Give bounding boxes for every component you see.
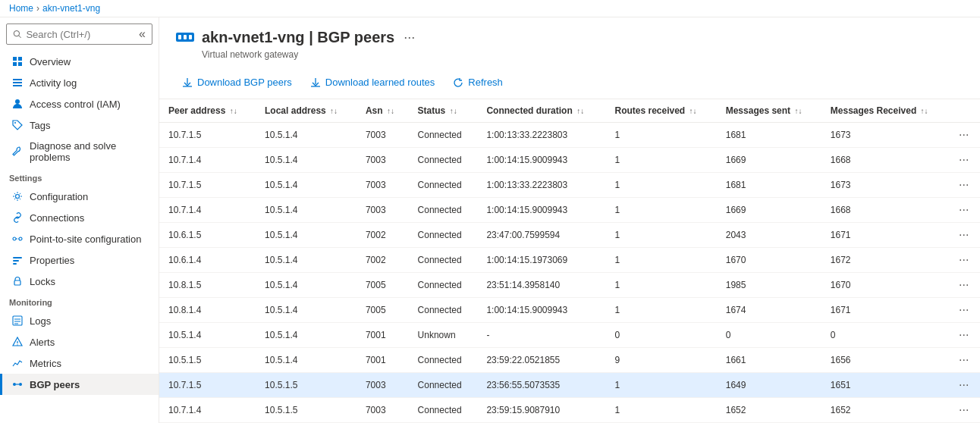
col-header-sent[interactable]: Messages sent ↑↓ bbox=[717, 99, 821, 123]
row-menu-icon[interactable]: ··· bbox=[959, 303, 969, 316]
cell-status: Connected bbox=[409, 198, 478, 223]
table-row[interactable]: 10.7.1.5 10.5.1.4 7003 Connected 1:00:13… bbox=[159, 123, 980, 148]
row-menu-icon[interactable]: ··· bbox=[959, 278, 969, 291]
sidebar-item-point-to-site[interactable]: Point-to-site configuration bbox=[0, 228, 159, 249]
svg-rect-15 bbox=[13, 257, 22, 258]
row-menu-icon[interactable]: ··· bbox=[959, 253, 969, 266]
row-menu-icon[interactable]: ··· bbox=[959, 353, 969, 366]
table-row[interactable]: 10.7.1.4 10.5.1.4 7003 Connected 1:00:14… bbox=[159, 198, 980, 223]
tag-icon bbox=[11, 119, 24, 131]
sort-icon[interactable]: ↑↓ bbox=[921, 107, 928, 115]
logs-icon bbox=[11, 315, 24, 327]
col-header-routes[interactable]: Routes received ↑↓ bbox=[605, 99, 716, 123]
col-header-received[interactable]: Messages Received ↑↓ bbox=[821, 99, 950, 123]
table-row[interactable]: 10.6.1.4 10.5.1.4 7002 Connected 1:00:14… bbox=[159, 248, 980, 273]
svg-rect-2 bbox=[13, 57, 17, 61]
cell-menu[interactable]: ··· bbox=[950, 148, 980, 173]
sidebar-item-metrics[interactable]: Metrics bbox=[0, 352, 159, 374]
cell-status: Connected bbox=[409, 123, 478, 148]
cell-received: 1670 bbox=[821, 273, 950, 298]
sort-icon[interactable]: ↑↓ bbox=[794, 107, 802, 115]
table-row[interactable]: 10.7.1.4 10.5.1.5 7003 Connected 23:59:1… bbox=[159, 398, 980, 423]
col-header-peer[interactable]: Peer address ↑↓ bbox=[159, 99, 256, 123]
cell-menu[interactable]: ··· bbox=[950, 273, 980, 298]
table-row[interactable]: 10.7.1.5 10.5.1.5 7003 Connected 23:56:5… bbox=[159, 373, 980, 398]
cell-menu[interactable]: ··· bbox=[950, 298, 980, 323]
row-menu-icon[interactable]: ··· bbox=[959, 328, 969, 341]
table-row[interactable]: 10.5.1.4 10.5.1.4 7001 Unknown - 0 0 0 ·… bbox=[159, 323, 980, 348]
cell-sent: 1985 bbox=[717, 273, 821, 298]
row-menu-icon[interactable]: ··· bbox=[959, 128, 969, 141]
download-bgp-button[interactable]: Download BGP peers bbox=[174, 72, 300, 92]
cell-routes: 1 bbox=[605, 173, 716, 198]
cell-menu[interactable]: ··· bbox=[950, 373, 980, 398]
table-row[interactable]: 10.7.1.4 10.5.1.4 7003 Connected 1:00:14… bbox=[159, 148, 980, 173]
col-header-duration[interactable]: Connected duration ↑↓ bbox=[477, 99, 605, 123]
row-menu-icon[interactable]: ··· bbox=[959, 203, 969, 216]
cell-status: Connected bbox=[409, 248, 478, 273]
sort-icon[interactable]: ↑↓ bbox=[689, 107, 697, 115]
sidebar-item-configuration[interactable]: Configuration bbox=[0, 186, 159, 207]
col-header-status[interactable]: Status ↑↓ bbox=[409, 99, 478, 123]
table-row[interactable]: 10.8.1.4 10.5.1.4 7005 Connected 1:00:14… bbox=[159, 298, 980, 323]
table-row[interactable]: 10.6.1.5 10.5.1.4 7002 Connected 23:47:0… bbox=[159, 223, 980, 248]
cell-routes: 9 bbox=[605, 348, 716, 373]
sidebar-item-label: Activity log bbox=[30, 77, 77, 89]
sidebar-item-diagnose[interactable]: Diagnose and solve problems bbox=[0, 136, 159, 168]
col-header-asn[interactable]: Asn ↑↓ bbox=[357, 99, 409, 123]
sidebar: « Overview Activity log Access control (… bbox=[0, 17, 159, 423]
sidebar-item-tags[interactable]: Tags bbox=[0, 114, 159, 136]
table-row[interactable]: 10.5.1.5 10.5.1.4 7001 Connected 23:59:2… bbox=[159, 348, 980, 373]
cell-peer: 10.7.1.4 bbox=[159, 398, 256, 423]
breadcrumb-resource[interactable]: akn-vnet1-vng bbox=[42, 3, 100, 14]
cell-menu[interactable]: ··· bbox=[950, 398, 980, 423]
cell-asn: 7003 bbox=[357, 123, 409, 148]
cell-menu[interactable]: ··· bbox=[950, 123, 980, 148]
cell-menu[interactable]: ··· bbox=[950, 248, 980, 273]
row-menu-icon[interactable]: ··· bbox=[959, 153, 969, 166]
cell-menu[interactable]: ··· bbox=[950, 198, 980, 223]
search-input[interactable] bbox=[26, 29, 134, 40]
svg-rect-29 bbox=[178, 35, 181, 39]
sidebar-item-connections[interactable]: Connections bbox=[0, 207, 159, 228]
cell-duration: 1:00:14:15.9009943 bbox=[477, 198, 605, 223]
breadcrumb-home[interactable]: Home bbox=[9, 3, 33, 14]
cell-sent: 1674 bbox=[717, 298, 821, 323]
cell-received: 1651 bbox=[821, 373, 950, 398]
row-menu-icon[interactable]: ··· bbox=[959, 403, 969, 416]
sidebar-item-activity-log[interactable]: Activity log bbox=[0, 72, 159, 93]
col-header-local[interactable]: Local address ↑↓ bbox=[256, 99, 357, 123]
cell-menu[interactable]: ··· bbox=[950, 323, 980, 348]
sort-icon[interactable]: ↑↓ bbox=[450, 107, 457, 115]
sidebar-item-locks[interactable]: Locks bbox=[0, 271, 159, 292]
cell-menu[interactable]: ··· bbox=[950, 173, 980, 198]
sidebar-item-bgp-peers[interactable]: BGP peers bbox=[0, 374, 159, 395]
row-menu-icon[interactable]: ··· bbox=[959, 228, 969, 241]
sidebar-item-logs[interactable]: Logs bbox=[0, 310, 159, 331]
cell-duration: 1:00:13:33.2223803 bbox=[477, 123, 605, 148]
sidebar-item-access-control[interactable]: Access control (IAM) bbox=[0, 93, 159, 114]
cell-menu[interactable]: ··· bbox=[950, 348, 980, 373]
download-routes-button[interactable]: Download learned routes bbox=[303, 72, 443, 92]
sort-icon[interactable]: ↑↓ bbox=[330, 107, 338, 115]
cell-local: 10.5.1.4 bbox=[256, 123, 357, 148]
sort-icon[interactable]: ↑↓ bbox=[387, 107, 394, 115]
sort-icon[interactable]: ↑↓ bbox=[230, 107, 237, 115]
sidebar-item-alerts[interactable]: Alerts bbox=[0, 331, 159, 352]
collapse-icon[interactable]: « bbox=[139, 27, 146, 41]
row-menu-icon[interactable]: ··· bbox=[959, 178, 969, 191]
sidebar-item-properties[interactable]: Properties bbox=[0, 249, 159, 271]
sort-icon[interactable]: ↑↓ bbox=[576, 107, 584, 115]
cell-menu[interactable]: ··· bbox=[950, 223, 980, 248]
row-menu-icon[interactable]: ··· bbox=[959, 378, 969, 391]
page-menu-icon[interactable]: ··· bbox=[404, 30, 415, 45]
cell-local: 10.5.1.4 bbox=[256, 223, 357, 248]
cell-peer: 10.7.1.5 bbox=[159, 173, 256, 198]
table-row[interactable]: 10.7.1.5 10.5.1.4 7003 Connected 1:00:13… bbox=[159, 173, 980, 198]
search-box[interactable]: « bbox=[6, 24, 152, 45]
breadcrumb: Home › akn-vnet1-vng bbox=[0, 0, 980, 17]
sidebar-item-overview[interactable]: Overview bbox=[0, 51, 159, 72]
table-row[interactable]: 10.8.1.5 10.5.1.4 7005 Connected 23:51:1… bbox=[159, 273, 980, 298]
refresh-button[interactable]: Refresh bbox=[445, 72, 510, 92]
cell-routes: 0 bbox=[605, 323, 716, 348]
